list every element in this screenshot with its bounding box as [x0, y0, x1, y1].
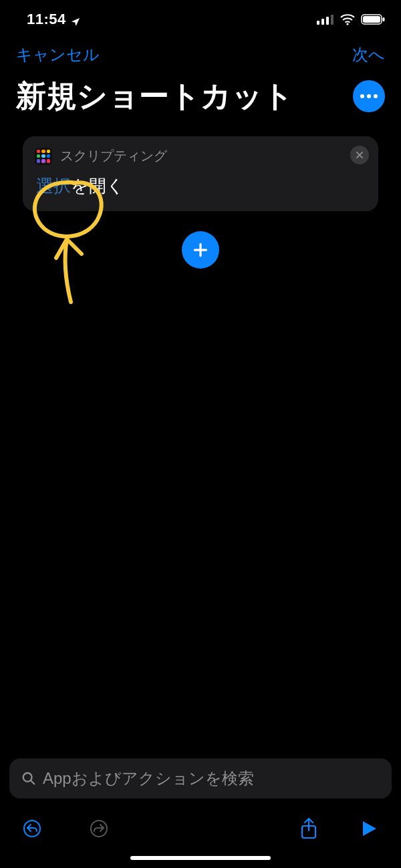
remove-action-button[interactable] [350, 146, 369, 164]
search-field[interactable]: Appおよびアクションを検索 [9, 758, 392, 799]
svg-rect-3 [331, 15, 333, 25]
status-right [317, 13, 385, 25]
action-card[interactable]: スクリプティング 選択 を開く [23, 136, 378, 211]
svg-rect-7 [383, 17, 385, 21]
home-indicator[interactable] [130, 856, 271, 860]
search-wrap: Appおよびアクションを検索 [0, 758, 401, 803]
status-time: 11:54 [27, 11, 66, 28]
battery-icon [361, 13, 385, 25]
status-left: 11:54 [27, 11, 81, 28]
more-button[interactable] [353, 80, 385, 112]
search-icon [21, 771, 36, 786]
bottom-area: Appおよびアクションを検索 [0, 758, 401, 868]
location-icon [70, 14, 81, 25]
cancel-button[interactable]: キャンセル [16, 44, 100, 65]
action-parameter-token[interactable]: 選択 [36, 174, 71, 198]
wifi-icon [340, 13, 356, 25]
play-icon [360, 820, 378, 837]
share-icon [299, 817, 319, 840]
svg-rect-2 [326, 17, 329, 25]
page-title: 新規ショートカット [16, 76, 294, 116]
share-button[interactable] [295, 815, 322, 842]
run-button[interactable] [356, 815, 382, 842]
undo-icon [22, 819, 42, 839]
plus-icon [192, 241, 209, 259]
action-text: を開く [71, 174, 124, 198]
svg-rect-6 [363, 16, 380, 23]
ellipsis-icon [360, 94, 378, 98]
scripting-icon [35, 148, 52, 165]
status-bar: 11:54 [0, 0, 401, 32]
close-icon [355, 150, 364, 160]
undo-button[interactable] [19, 815, 45, 842]
svg-rect-0 [317, 21, 319, 25]
toolbar [0, 803, 401, 849]
redo-button[interactable] [86, 815, 112, 842]
add-action-button[interactable] [182, 231, 219, 269]
svg-rect-1 [321, 19, 324, 25]
next-button[interactable]: 次へ [352, 44, 385, 65]
redo-icon [89, 819, 109, 839]
cell-signal-icon [317, 14, 334, 25]
title-row: 新規ショートカット [0, 68, 401, 132]
nav-bar: キャンセル 次へ [0, 32, 401, 68]
add-action-row [0, 231, 401, 269]
svg-point-4 [346, 23, 348, 25]
search-placeholder: Appおよびアクションを検索 [43, 768, 254, 789]
action-card-header: スクリプティング [35, 147, 366, 165]
action-category-label: スクリプティング [60, 147, 167, 165]
action-body: 選択 を開く [35, 174, 366, 198]
